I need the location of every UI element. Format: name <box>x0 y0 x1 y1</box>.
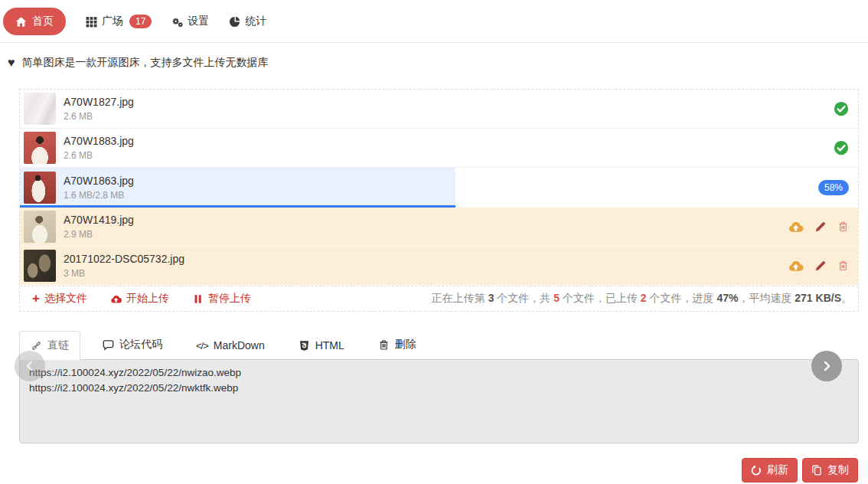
chevron-right-icon <box>821 360 833 372</box>
pie-chart-icon <box>229 16 240 28</box>
upload-success-icon <box>834 101 849 116</box>
html5-icon <box>299 340 310 352</box>
chevron-left-icon <box>24 360 36 372</box>
status-segment: ，平均速度 <box>738 292 795 304</box>
file-row: A70W1863.jpg 1.6 MB/2.8 MB 58% <box>20 168 858 208</box>
plus-icon: + <box>32 293 40 305</box>
status-segment: 正在上传第 <box>432 292 488 304</box>
file-row: 20171022-DSC05732.jpg 3 MB <box>20 247 858 286</box>
status-segment: 个文件，已上传 <box>560 292 641 304</box>
select-files-button[interactable]: + 选择文件 <box>32 292 87 306</box>
tab-html[interactable]: HTML <box>287 332 356 359</box>
comment-icon <box>103 339 114 351</box>
file-row: A70W1883.jpg 2.6 MB <box>20 129 858 168</box>
status-segment: 个文件，共 <box>494 292 553 304</box>
direct-links-textarea[interactable] <box>19 359 859 443</box>
upload-dropzone: A70W1827.jpg 2.6 MB A70W1883.jpg 2.6 MB … <box>19 89 859 312</box>
prev-arrow-button[interactable] <box>15 351 45 381</box>
progress-percent-badge: 58% <box>818 180 849 195</box>
upload-file-button[interactable] <box>788 219 804 234</box>
cloud-upload-icon <box>110 293 122 305</box>
rename-file-button[interactable] <box>814 221 827 233</box>
file-name: 20171022-DSC05732.jpg <box>64 251 184 267</box>
file-status <box>834 101 849 116</box>
copy-icon <box>811 465 822 476</box>
status-segment: 5 <box>553 292 560 304</box>
upload-file-button[interactable] <box>788 258 804 273</box>
upload-success-icon <box>834 140 849 155</box>
nav-item-plaza[interactable]: 广场 17 <box>86 15 152 28</box>
link-icon <box>31 340 42 352</box>
file-name: A70W1419.jpg <box>64 212 134 228</box>
code-icon: </> <box>196 339 208 352</box>
refresh-icon <box>751 465 762 476</box>
status-segment: 47% <box>716 292 738 304</box>
file-status <box>788 258 849 273</box>
remove-file-button[interactable] <box>837 260 849 272</box>
file-thumbnail <box>24 132 56 164</box>
gears-icon <box>171 16 183 28</box>
output-format-tabs: 直链 论坛代码 </> MarkDown HTML 删除 <box>19 330 859 359</box>
site-tagline: ♥ 简单图床是一款开源图床，支持多文件上传无数据库 <box>0 43 868 80</box>
file-thumbnail <box>24 211 56 243</box>
tagline-text: 简单图床是一款开源图床，支持多文件上传无数据库 <box>22 56 269 70</box>
status-segment: 271 KB/S <box>795 292 841 304</box>
file-status: 58% <box>818 180 849 195</box>
link-output-area <box>19 359 859 446</box>
nav-item-settings[interactable]: 设置 <box>171 15 209 28</box>
tab-delete[interactable]: 删除 <box>367 330 428 359</box>
upload-status-text: 正在上传第 3 个文件，共 5 个文件，已上传 2 个文件，进度 47%，平均速… <box>432 292 852 306</box>
top-navbar: 首页 广场 17 设置 统计 <box>0 0 868 43</box>
file-size: 2.9 MB <box>64 228 134 241</box>
grid-icon <box>86 16 97 28</box>
rename-file-button[interactable] <box>814 260 827 272</box>
file-thumbnail <box>24 172 56 204</box>
nav-item-home[interactable]: 首页 <box>3 8 66 35</box>
file-name: A70W1863.jpg <box>64 173 134 189</box>
file-status <box>788 219 849 234</box>
file-size: 2.6 MB <box>64 149 134 162</box>
file-name: A70W1827.jpg <box>64 94 134 110</box>
pause-icon <box>192 293 204 305</box>
file-row: A70W1419.jpg 2.9 MB <box>20 208 858 247</box>
file-size: 1.6 MB/2.8 MB <box>64 189 134 202</box>
tab-markdown[interactable]: </> MarkDown <box>184 332 276 359</box>
plaza-count-badge: 17 <box>129 15 152 28</box>
status-segment: 2 <box>641 292 647 304</box>
home-icon <box>15 16 27 28</box>
status-segment: 个文件，进度 <box>647 292 717 304</box>
trash-icon <box>378 339 390 351</box>
tab-forum-code[interactable]: 论坛代码 <box>91 330 174 359</box>
file-thumbnail <box>24 250 56 282</box>
start-upload-button[interactable]: 开始上传 <box>110 292 169 306</box>
file-size: 3 MB <box>64 267 184 280</box>
nav-item-stats[interactable]: 统计 <box>229 15 266 28</box>
copy-button[interactable]: 复制 <box>802 458 858 482</box>
pause-upload-button[interactable]: 暂停上传 <box>192 292 251 306</box>
file-row: A70W1827.jpg 2.6 MB <box>20 90 858 129</box>
status-segment: 。 <box>841 292 852 304</box>
file-status <box>834 140 849 155</box>
file-list: A70W1827.jpg 2.6 MB A70W1883.jpg 2.6 MB … <box>20 90 858 286</box>
file-thumbnail <box>24 93 56 125</box>
remove-file-button[interactable] <box>837 221 849 233</box>
refresh-button[interactable]: 刷新 <box>742 458 798 482</box>
file-name: A70W1883.jpg <box>64 133 134 149</box>
bottom-actions: 刷新 复制 <box>0 458 858 482</box>
heart-icon: ♥ <box>8 57 15 69</box>
next-arrow-button[interactable] <box>811 351 842 381</box>
file-size: 2.6 MB <box>64 110 134 123</box>
upload-toolbar: + 选择文件 开始上传 暂停上传 正在上传第 3 个文件，共 5 个文件，已上传… <box>20 286 858 311</box>
